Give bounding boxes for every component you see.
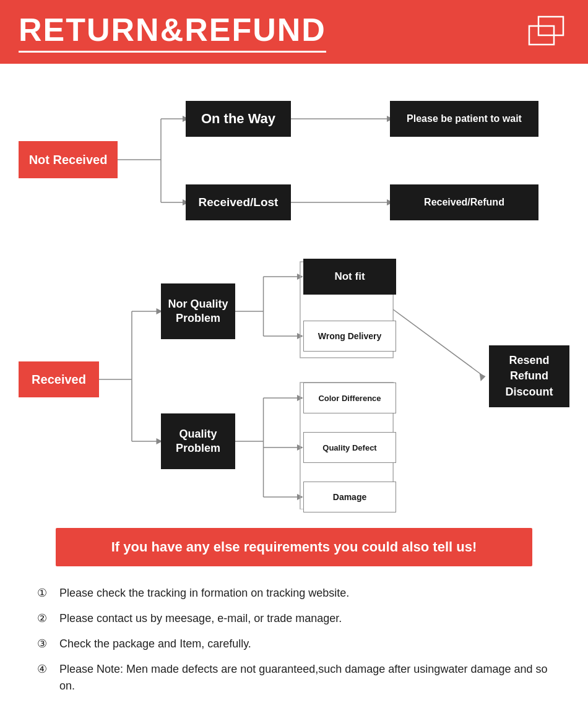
quality-problem-label: Quality Problem bbox=[166, 427, 230, 456]
received-refund-label: Received/Refund bbox=[424, 197, 504, 208]
section2-lines bbox=[19, 249, 569, 509]
notes-list: ① Please check the tracking in formation… bbox=[37, 585, 551, 694]
received-box: Received bbox=[19, 361, 99, 397]
note-text-4: Please Note: Men made defects are not gu… bbox=[59, 661, 551, 694]
bottom-banner: If you have any else requirements you co… bbox=[56, 528, 532, 566]
note-item-1: ① Please check the tracking in formation… bbox=[37, 585, 551, 602]
svg-line-34 bbox=[393, 309, 483, 376]
note-num-2: ② bbox=[37, 610, 59, 627]
received-lost-box: Received/Lost bbox=[186, 184, 291, 220]
quality-defect-box: Quality Defect bbox=[303, 432, 396, 463]
nor-quality-box: Nor Quality Problem bbox=[161, 283, 235, 339]
color-difference-box: Color Difference bbox=[303, 382, 396, 413]
quality-defect-label: Quality Defect bbox=[322, 443, 376, 452]
section1: Not Received On the Way Received/Lost Pl… bbox=[19, 89, 569, 231]
svg-marker-21 bbox=[297, 274, 303, 280]
note-num-3: ③ bbox=[37, 636, 59, 652]
wrong-delivery-label: Wrong Delivery bbox=[318, 331, 381, 341]
svg-marker-31 bbox=[297, 494, 303, 500]
not-received-label: Not Received bbox=[29, 153, 108, 167]
note-num-4: ④ bbox=[37, 661, 59, 678]
resend-label: Resend Refund Discount bbox=[489, 353, 569, 400]
note-item-3: ③ Check the package and Item, carefully. bbox=[37, 636, 551, 652]
nor-quality-label: Nor Quality Problem bbox=[166, 297, 230, 326]
note-item-2: ② Please contact us by meesage, e-mail, … bbox=[37, 610, 551, 627]
main-content: Not Received On the Way Received/Lost Pl… bbox=[0, 64, 588, 719]
color-difference-label: Color Difference bbox=[318, 394, 381, 403]
page-title: RETURN&REFUND bbox=[19, 11, 326, 53]
damage-label: Damage bbox=[333, 492, 366, 502]
section2-diagram: Received Nor Quality Problem Quality Pro… bbox=[19, 249, 569, 509]
note-item-4: ④ Please Note: Men made defects are not … bbox=[37, 661, 551, 694]
svg-marker-27 bbox=[297, 395, 303, 401]
header: RETURN&REFUND bbox=[0, 0, 588, 64]
wrong-delivery-box: Wrong Delivery bbox=[303, 321, 396, 352]
be-patient-box: Please be patient to wait bbox=[390, 101, 538, 137]
not-fit-label: Not fit bbox=[334, 270, 365, 283]
note-text-1: Please check the tracking in formation o… bbox=[59, 585, 551, 602]
received-lost-label: Received/Lost bbox=[199, 196, 279, 209]
damage-box: Damage bbox=[303, 482, 396, 512]
header-icon bbox=[526, 14, 569, 51]
section2: Received Nor Quality Problem Quality Pro… bbox=[19, 249, 569, 509]
svg-marker-23 bbox=[297, 333, 303, 339]
received-label: Received bbox=[32, 373, 86, 387]
note-text-2: Please contact us by meesage, e-mail, or… bbox=[59, 610, 551, 627]
be-patient-label: Please be patient to wait bbox=[407, 113, 522, 124]
section1-diagram: Not Received On the Way Received/Lost Pl… bbox=[19, 89, 569, 231]
quality-problem-box: Quality Problem bbox=[161, 413, 235, 469]
not-fit-box: Not fit bbox=[303, 259, 396, 295]
on-the-way-label: On the Way bbox=[201, 111, 275, 127]
on-the-way-box: On the Way bbox=[186, 101, 291, 137]
note-text-3: Check the package and Item, carefully. bbox=[59, 636, 551, 652]
svg-marker-29 bbox=[297, 444, 303, 451]
not-received-box: Not Received bbox=[19, 141, 118, 178]
note-num-1: ① bbox=[37, 585, 59, 602]
svg-marker-35 bbox=[480, 373, 486, 381]
resend-box: Resend Refund Discount bbox=[489, 345, 569, 407]
received-refund-box: Received/Refund bbox=[390, 184, 538, 220]
